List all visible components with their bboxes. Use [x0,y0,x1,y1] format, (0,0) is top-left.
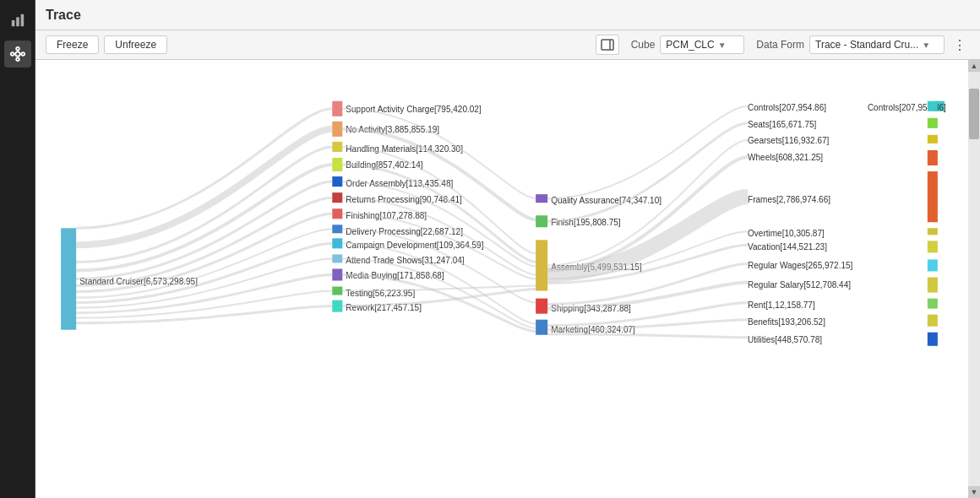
svg-rect-25 [332,192,342,203]
sidebar-icon-chart[interactable] [4,7,31,34]
dataform-label: Data Form [756,39,804,51]
freeze-button[interactable]: Freeze [46,35,99,54]
svg-rect-37 [332,287,342,295]
svg-rect-43 [536,215,547,227]
dataform-dropdown[interactable]: Trace - Standard Cru... ▼ [809,35,945,54]
svg-rect-39 [332,300,342,312]
svg-text:Order Assembly[113,435.48]: Order Assembly[113,435.48] [346,179,453,188]
svg-point-4 [16,47,19,51]
svg-rect-63 [928,228,938,235]
svg-text:Utilities[448,570.78]: Utilities[448,570.78] [748,335,822,344]
svg-text:Frames[2,786,974.66]: Frames[2,786,974.66] [748,195,830,204]
svg-rect-17 [332,122,342,137]
more-options-button[interactable]: ⋮ [950,35,970,55]
cube-value: PCM_CLC [666,39,714,51]
svg-text:Seats[165,671.75]: Seats[165,671.75] [748,120,817,129]
chart-area: Standard Cruiser[6,573,298.95] Support A… [35,60,968,498]
svg-rect-65 [928,241,938,252]
dataform-value: Trace - Standard Cru... [815,39,918,51]
svg-rect-54 [928,101,938,111]
svg-rect-2 [20,14,24,26]
scroll-track[interactable] [968,72,980,486]
svg-rect-19 [332,142,342,152]
svg-rect-67 [928,259,938,271]
panel-toggle-icon[interactable] [596,35,619,55]
svg-text:Overtime[10,305.87]: Overtime[10,305.87] [748,229,825,238]
svg-rect-15 [332,101,342,116]
svg-rect-0 [11,20,14,26]
svg-rect-45 [536,240,547,290]
svg-text:Attend Trade Shows[31,247.04]: Attend Trade Shows[31,247.04] [346,256,465,265]
sankey-chart: Standard Cruiser[6,573,298.95] Support A… [35,60,968,498]
svg-rect-33 [332,254,342,263]
svg-rect-12 [602,40,613,50]
svg-rect-27 [332,208,342,219]
svg-rect-61 [928,171,938,222]
svg-rect-75 [928,333,938,346]
scroll-down-button[interactable]: ▼ [968,486,980,498]
scroll-up-button[interactable]: ▲ [968,60,980,72]
svg-point-6 [10,52,14,56]
svg-rect-69 [928,277,938,292]
cube-dropdown[interactable]: PCM_CLC ▼ [660,35,744,54]
svg-rect-35 [332,268,342,280]
svg-text:Regular Wages[265,972.15]: Regular Wages[265,972.15] [748,261,853,270]
svg-rect-1 [16,17,19,26]
svg-point-3 [15,51,19,56]
svg-rect-41 [536,194,547,203]
svg-rect-29 [332,225,342,233]
main-content: Trace Freeze Unfreeze Cube PCM_CLC ▼ Dat… [35,0,980,498]
svg-text:Finishing[107,278.88]: Finishing[107,278.88] [346,211,427,220]
scrollbar[interactable]: ▲ ▼ [968,60,980,498]
svg-rect-21 [332,158,342,171]
svg-rect-59 [928,150,938,165]
svg-text:Regular Salary[512,708.44]: Regular Salary[512,708.44] [748,280,851,290]
source-node [61,228,76,329]
toolbar: Freeze Unfreeze Cube PCM_CLC ▼ Data Form… [35,30,980,60]
svg-rect-57 [928,135,938,143]
svg-text:Finish[195,808.75]: Finish[195,808.75] [551,218,621,227]
svg-text:Benefits[193,206.52]: Benefits[193,206.52] [748,317,825,327]
svg-text:Wheels[608,321.25]: Wheels[608,321.25] [748,153,823,162]
svg-point-5 [21,52,24,56]
sidebar-icon-network[interactable] [4,41,31,68]
cube-label: Cube [631,39,656,51]
svg-rect-31 [332,238,342,248]
svg-text:Controls[207,954.86]: Controls[207,954.86] [748,103,826,112]
page-title: Trace [46,8,81,23]
svg-text:Delivery Processing[22,687.12]: Delivery Processing[22,687.12] [346,227,463,236]
header-bar: Trace [35,0,980,30]
svg-rect-49 [536,320,547,335]
svg-text:Support Activity Charge[795,42: Support Activity Charge[795,420.02] [346,105,482,114]
scroll-thumb[interactable] [969,89,979,139]
svg-rect-73 [928,315,938,327]
svg-rect-55 [928,118,938,128]
svg-text:Vacation[144,521.23]: Vacation[144,521.23] [748,242,827,252]
svg-point-7 [16,58,19,62]
svg-rect-71 [928,299,938,309]
sidebar [0,0,35,498]
unfreeze-button[interactable]: Unfreeze [104,35,167,54]
svg-text:Gearsets[116,932.67]: Gearsets[116,932.67] [748,136,830,145]
cube-dropdown-arrow: ▼ [718,41,727,50]
svg-rect-23 [332,176,342,187]
svg-rect-47 [536,299,547,314]
svg-text:Rent[1,12,158.77]: Rent[1,12,158.77] [748,300,815,310]
dataform-dropdown-arrow: ▼ [922,41,930,50]
